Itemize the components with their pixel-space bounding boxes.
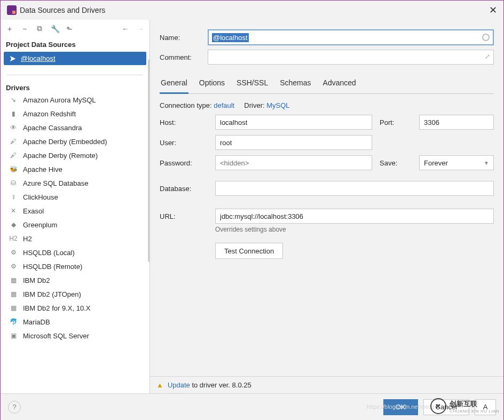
- app-logo-icon: [7, 5, 17, 15]
- driver-item[interactable]: ▦IBM Db2: [4, 273, 146, 287]
- driver-item[interactable]: ▮Amazon Redshift: [4, 107, 146, 121]
- driver-label: IBM Db2: [23, 276, 50, 284]
- driver-item[interactable]: 🖋Apache Derby (Remote): [4, 148, 146, 162]
- driver-icon: 🖋: [9, 151, 18, 160]
- close-icon[interactable]: ✕: [489, 4, 497, 16]
- driver-item[interactable]: ⚙HSQLDB (Remote): [4, 259, 146, 273]
- driver-icon: ⚙: [9, 248, 18, 257]
- brand-watermark: ✕ 创新互联 CHUANG XIN HU LIAN: [430, 398, 499, 414]
- driver-item[interactable]: ▦IBM Db2 (JTOpen): [4, 287, 146, 301]
- driver-item[interactable]: ✕Exasol: [4, 204, 146, 218]
- driver-item[interactable]: 🖋Apache Derby (Embedded): [4, 134, 146, 148]
- copy-icon[interactable]: ⧉: [36, 24, 43, 33]
- driver-label: Exasol: [23, 207, 44, 215]
- driver-link[interactable]: MySQL: [266, 101, 289, 109]
- driver-label: Amazon Aurora MySQL: [23, 96, 96, 104]
- driver-item[interactable]: ◆Greenplum: [4, 218, 146, 232]
- help-button[interactable]: ?: [8, 401, 21, 414]
- save-value: Forever: [424, 159, 448, 167]
- update-text: to driver ver. 8.0.25: [190, 381, 251, 389]
- driver-label: IBM Db2 for 9.X, 10.X: [23, 304, 90, 312]
- driver-label: Apache Derby (Remote): [23, 152, 98, 160]
- driver-label: H2: [23, 235, 32, 243]
- password-input[interactable]: [215, 155, 372, 170]
- titlebar: Data Sources and Drivers ✕: [1, 1, 503, 20]
- driver-item[interactable]: ⦀ClickHouse: [4, 190, 146, 204]
- driver-label: Microsoft SQL Server: [23, 332, 89, 340]
- driver-label: Greenplum: [23, 221, 57, 229]
- url-note: Overrides settings above: [215, 226, 494, 233]
- tab-advanced[interactable]: Advanced: [322, 74, 357, 93]
- warning-icon: ▲: [156, 381, 163, 389]
- drivers-section-label: Drivers: [1, 81, 149, 93]
- main-panel: Name: @localhost Comment: ⤢ General Opti…: [150, 20, 503, 393]
- chevron-down-icon: ▼: [484, 160, 489, 166]
- save-select[interactable]: Forever ▼: [419, 155, 494, 170]
- sidebar-toolbar: + − ⧉ 🔧 ⬑ ← →: [1, 20, 149, 37]
- driver-icon: ▦: [9, 276, 18, 284]
- update-link[interactable]: Update: [168, 381, 190, 389]
- tab-general[interactable]: General: [160, 74, 188, 94]
- driver-label: Amazon Redshift: [23, 110, 76, 118]
- database-label: Database:: [160, 185, 208, 193]
- forward-icon[interactable]: →: [137, 25, 144, 33]
- driver-icon: ↘: [9, 96, 18, 104]
- driver-icon: 🐬: [9, 318, 18, 326]
- url-input[interactable]: [215, 209, 494, 224]
- url-label: URL:: [160, 212, 208, 220]
- update-bar: ▲ Update to driver ver. 8.0.25: [150, 376, 503, 393]
- tab-bar: General Options SSH/SSL Schemas Advanced: [160, 74, 494, 94]
- tab-schemas[interactable]: Schemas: [279, 74, 312, 93]
- driver-label: HSQLDB (Local): [23, 249, 75, 257]
- wrench-icon[interactable]: 🔧: [51, 25, 58, 33]
- color-ring-icon[interactable]: [482, 34, 490, 41]
- datasource-label: @localhost: [21, 54, 56, 62]
- driver-list: ↘Amazon Aurora MySQL▮Amazon Redshift👁Apa…: [1, 93, 149, 346]
- driver-item[interactable]: ⛁Azure SQL Database: [4, 176, 146, 190]
- separator: [7, 75, 143, 75]
- port-input[interactable]: [419, 115, 494, 130]
- driver-item[interactable]: 🐬MariaDB: [4, 315, 146, 329]
- password-label: Password:: [160, 159, 208, 167]
- driver-label: ClickHouse: [23, 193, 58, 201]
- tab-options[interactable]: Options: [198, 74, 226, 93]
- host-input[interactable]: [215, 115, 372, 130]
- user-input[interactable]: [215, 135, 372, 150]
- connection-type-link[interactable]: default: [214, 101, 234, 109]
- driver-item[interactable]: ▦IBM Db2 for 9.X, 10.X: [4, 301, 146, 315]
- comment-label: Comment:: [160, 53, 208, 61]
- driver-item[interactable]: H2H2: [4, 232, 146, 245]
- driver-icon: ⚙: [9, 262, 18, 271]
- comment-input[interactable]: ⤢: [208, 50, 494, 65]
- driver-icon: ◆: [9, 220, 18, 229]
- database-input[interactable]: [215, 181, 494, 196]
- sidebar: + − ⧉ 🔧 ⬑ ← → Project Data Sources @loca…: [1, 20, 150, 393]
- driver-item[interactable]: 👁Apache Cassandra: [4, 121, 146, 134]
- driver-label: HSQLDB (Remote): [23, 263, 82, 271]
- expand-icon[interactable]: ⤢: [485, 53, 490, 60]
- driver-item[interactable]: ⚙HSQLDB (Local): [4, 245, 146, 259]
- driver-icon: H2: [9, 234, 18, 243]
- brand-logo-icon: ✕: [430, 398, 446, 414]
- back-icon[interactable]: ←: [122, 25, 129, 33]
- driver-icon: ▦: [9, 304, 18, 312]
- name-value: @localhost: [212, 33, 249, 42]
- driver-item[interactable]: ↘Amazon Aurora MySQL: [4, 93, 146, 107]
- add-icon[interactable]: +: [6, 25, 13, 33]
- connection-type-row: Connection type: default Driver: MySQL: [160, 101, 494, 109]
- test-connection-button[interactable]: Test Connection: [215, 243, 283, 259]
- remove-icon[interactable]: −: [21, 25, 28, 33]
- driver-icon: ▣: [9, 331, 18, 340]
- driver-icon: 🖋: [9, 137, 18, 146]
- window-title: Data Sources and Drivers: [20, 6, 105, 14]
- tab-sshssl[interactable]: SSH/SSL: [235, 74, 269, 93]
- driver-item[interactable]: ▣Microsoft SQL Server: [4, 329, 146, 343]
- driver-label: Azure SQL Database: [23, 179, 88, 187]
- driver-item[interactable]: 🐝Apache Hive: [4, 162, 146, 176]
- datasource-localhost[interactable]: @localhost: [4, 52, 146, 65]
- export-icon[interactable]: ⬑: [66, 25, 73, 33]
- project-data-sources-label: Project Data Sources: [1, 37, 149, 50]
- driver-label: Apache Cassandra: [23, 124, 82, 132]
- driver-icon: ⛁: [9, 179, 18, 187]
- name-input[interactable]: @localhost: [208, 29, 494, 45]
